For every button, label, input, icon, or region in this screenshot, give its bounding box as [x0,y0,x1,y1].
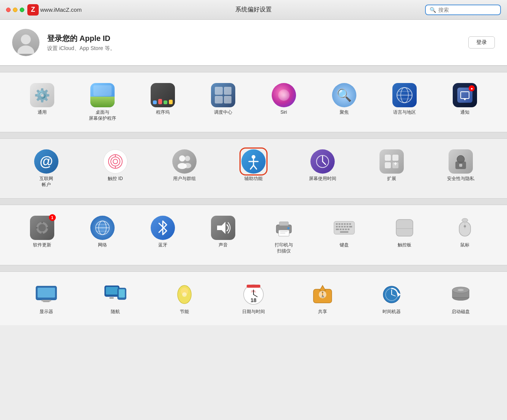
svg-point-74 [464,225,466,227]
svg-rect-81 [106,287,118,295]
pref-keyboard[interactable]: 键盘 [321,216,367,254]
pref-software[interactable]: 1 软件更新 [19,216,65,254]
users-icon-img [172,149,197,174]
icons-grid-1: ⚙️ 通用 桌面与屏幕保护程序 [14,83,493,121]
svg-rect-69 [340,231,348,233]
pref-desktop[interactable]: 桌面与屏幕保护程序 [80,83,125,121]
section-1: ⚙️ 通用 桌面与屏幕保护程序 [0,72,507,132]
mission-label: 调度中心 [214,110,232,116]
pref-sharing[interactable]: 🚶 共享 [300,282,345,315]
mouse-label: 鼠标 [460,242,469,248]
sound-label: 声音 [219,242,228,248]
svg-point-1 [17,45,34,54]
icons-grid-4: 显示器 随航 [14,282,493,315]
svg-point-0 [21,34,31,44]
pref-timemachine[interactable]: 时间机器 [369,282,414,315]
pref-internet[interactable]: @ 互联网帐户 [24,149,69,188]
search-box[interactable]: 🔍 [425,5,501,15]
touchid-label: 触控 ID [108,176,123,182]
apple-id-text: 登录您的 Apple ID 设置 iCloud、App Store 等。 [47,33,461,52]
dock-label: 程序坞 [156,110,170,116]
pref-siri[interactable]: Siri [261,83,307,121]
pref-screentime[interactable]: 屏幕使用时间 [300,149,345,188]
minimize-button[interactable] [13,8,17,12]
software-label: 软件更新 [33,242,51,248]
pref-general[interactable]: ⚙️ 通用 [19,83,65,121]
section-divider-1 [0,66,507,72]
pref-security[interactable]: 安全性与隐私 [438,149,483,188]
dock-icon-img [151,83,175,107]
svg-rect-62 [346,226,348,227]
siri-label: Siri [280,110,287,116]
startup-icon-img [449,282,473,307]
avatar [12,29,39,56]
pref-bluetooth[interactable]: 蓝牙 [140,216,186,254]
pref-display[interactable]: 显示器 [24,282,69,315]
pref-users[interactable]: 用户与群组 [162,149,207,188]
software-badge: 1 [49,214,56,221]
svg-rect-26 [385,162,391,168]
svg-text:🚶: 🚶 [320,291,326,298]
svg-rect-68 [348,229,350,230]
energy-label: 节能 [180,309,189,315]
keyboard-icon-img [332,216,356,240]
sound-icon-img [211,216,235,240]
timemachine-icon-img [379,282,404,307]
trackpad-icon-img [392,216,417,240]
svg-point-9 [113,159,118,164]
pref-trackpad[interactable]: 触控板 [382,216,427,254]
section-3: 1 软件更新 网络 [0,205,507,265]
pref-datetime[interactable]: 18 JUL 日期与时间 [231,282,276,315]
section-divider-3 [0,198,507,205]
pref-sound[interactable]: 声音 [200,216,246,254]
pref-mouse[interactable]: 鼠标 [442,216,488,254]
svg-rect-52 [336,223,338,225]
pref-network[interactable]: 网络 [80,216,125,254]
svg-rect-77 [38,288,55,298]
screentime-label: 屏幕使用时间 [309,176,336,182]
search-icon: 🔍 [430,7,436,13]
svg-point-14 [185,156,190,161]
timemachine-label: 时间机器 [383,309,401,315]
mouse-icon-img [453,216,477,240]
svg-point-34 [38,224,46,232]
datetime-label: 日期与时间 [242,309,265,315]
close-button[interactable] [6,8,11,12]
energy-icon-img [172,282,197,307]
svg-rect-56 [346,223,348,225]
pref-spotlight[interactable]: 🔍 聚焦 [321,83,367,121]
sidecar-label: 随航 [111,309,120,315]
pref-mission[interactable]: 调度中心 [200,83,246,121]
users-label: 用户与群组 [173,176,196,182]
search-input[interactable] [438,7,495,13]
datetime-icon-img: 18 JUL [241,282,266,307]
titlebar-left: Z www.iMacZ.com [6,4,82,16]
svg-point-48 [287,227,290,229]
pref-extensions[interactable]: 扩展 [369,149,414,188]
svg-rect-25 [392,155,398,161]
svg-rect-50 [280,233,285,234]
maximize-button[interactable] [20,8,24,12]
pref-language[interactable]: 语言与地区 [382,83,427,121]
svg-point-15 [184,163,191,168]
section-divider-2 [0,132,507,139]
svg-marker-44 [217,222,225,234]
pref-printer[interactable]: 打印机与扫描仪 [261,216,307,254]
pref-sidecar[interactable]: 随航 [93,282,138,315]
svg-rect-60 [341,226,343,227]
svg-rect-67 [345,229,347,230]
apple-id-section: 登录您的 Apple ID 设置 iCloud、App Store 等。 登录 [0,20,507,66]
login-button[interactable]: 登录 [468,36,495,49]
pref-touchid[interactable]: 触控 ID [93,149,138,188]
display-label: 显示器 [39,309,53,315]
pref-startup[interactable]: 启动磁盘 [438,282,483,315]
section-2: @ 互联网帐户 触控 ID [0,139,507,198]
svg-rect-64 [336,229,339,230]
svg-rect-53 [339,223,340,225]
pref-notifications[interactable]: ● 通知 [442,83,488,121]
pref-accessibility[interactable]: 辅助功能 [231,149,276,188]
pref-dock[interactable]: 程序坞 [140,83,186,121]
pref-energy[interactable]: 节能 [162,282,207,315]
svg-point-106 [458,289,464,291]
desktop-icon-img [90,83,115,107]
